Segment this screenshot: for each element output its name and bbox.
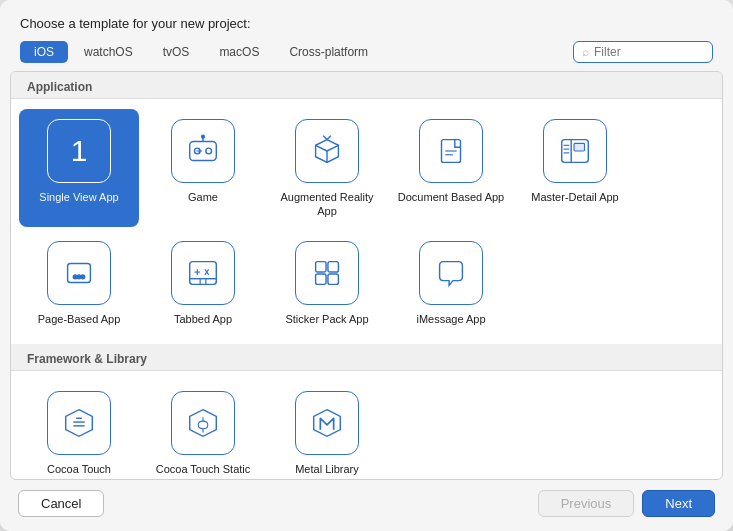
tab-bar: iOS watchOS tvOS macOS Cross-platform bbox=[20, 41, 573, 63]
ar-app-label: Augmented Reality App bbox=[273, 190, 381, 219]
game-icon bbox=[171, 119, 235, 183]
content-area: Application 1 Single View App bbox=[10, 71, 723, 480]
template-single-view-app[interactable]: 1 Single View App bbox=[19, 109, 139, 227]
svg-point-2 bbox=[206, 148, 212, 154]
svg-rect-0 bbox=[190, 142, 217, 161]
svg-line-8 bbox=[327, 145, 338, 151]
dialog-header: Choose a template for your new project: … bbox=[0, 0, 733, 71]
imessage-icon bbox=[419, 241, 483, 305]
cancel-button[interactable]: Cancel bbox=[18, 490, 104, 517]
template-tabbed-app[interactable]: Tabbed App bbox=[143, 231, 263, 334]
tab-watchos[interactable]: watchOS bbox=[70, 41, 147, 63]
next-button[interactable]: Next bbox=[642, 490, 715, 517]
section-framework: Framework & Library bbox=[11, 344, 722, 371]
page-based-icon bbox=[47, 241, 111, 305]
cocoa-framework-label: Cocoa Touch Framework bbox=[25, 462, 133, 480]
template-cocoa-static[interactable]: Cocoa Touch Static Library bbox=[143, 381, 263, 480]
template-cocoa-framework[interactable]: Cocoa Touch Framework bbox=[19, 381, 139, 480]
previous-button[interactable]: Previous bbox=[538, 490, 635, 517]
svg-rect-23 bbox=[190, 261, 217, 284]
filter-input[interactable] bbox=[594, 45, 694, 59]
sticker-pack-label: Sticker Pack App bbox=[285, 312, 368, 326]
template-page-based[interactable]: Page-Based App bbox=[19, 231, 139, 334]
master-detail-icon bbox=[543, 119, 607, 183]
application-grid: 1 Single View App bbox=[11, 99, 722, 344]
svg-rect-34 bbox=[328, 274, 338, 284]
cocoa-static-icon bbox=[171, 391, 235, 455]
page-based-label: Page-Based App bbox=[38, 312, 121, 326]
ar-app-icon bbox=[295, 119, 359, 183]
document-app-label: Document Based App bbox=[398, 190, 504, 204]
svg-line-7 bbox=[316, 145, 327, 151]
template-document-app[interactable]: Document Based App bbox=[391, 109, 511, 227]
tabs-row: iOS watchOS tvOS macOS Cross-platform ⌕ bbox=[20, 41, 713, 63]
svg-point-22 bbox=[81, 274, 85, 278]
dialog-title: Choose a template for your new project: bbox=[20, 16, 713, 31]
tab-ios[interactable]: iOS bbox=[20, 41, 68, 63]
tabbed-app-label: Tabbed App bbox=[174, 312, 232, 326]
new-project-dialog: Choose a template for your new project: … bbox=[0, 0, 733, 531]
cocoa-framework-icon bbox=[47, 391, 111, 455]
metal-label: Metal Library bbox=[295, 462, 359, 476]
single-view-app-icon: 1 bbox=[47, 119, 111, 183]
svg-marker-42 bbox=[314, 410, 341, 437]
filter-icon: ⌕ bbox=[582, 45, 589, 59]
template-game[interactable]: Game bbox=[143, 109, 263, 227]
tab-macos[interactable]: macOS bbox=[205, 41, 273, 63]
metal-icon bbox=[295, 391, 359, 455]
template-master-detail[interactable]: Master-Detail App bbox=[515, 109, 635, 227]
svg-point-4 bbox=[202, 135, 205, 138]
svg-rect-33 bbox=[316, 274, 326, 284]
svg-rect-19 bbox=[68, 263, 91, 282]
template-metal[interactable]: Metal Library bbox=[267, 381, 387, 480]
cocoa-static-label: Cocoa Touch Static Library bbox=[149, 462, 257, 480]
dialog-footer: Cancel Previous Next bbox=[0, 480, 733, 531]
tabbed-app-icon bbox=[171, 241, 235, 305]
single-view-app-label: Single View App bbox=[39, 190, 118, 204]
footer-right: Previous Next bbox=[538, 490, 715, 517]
tab-tvos[interactable]: tvOS bbox=[149, 41, 204, 63]
sticker-pack-icon bbox=[295, 241, 359, 305]
filter-box: ⌕ bbox=[573, 41, 713, 63]
template-sticker-pack[interactable]: Sticker Pack App bbox=[267, 231, 387, 334]
template-ar-app[interactable]: Augmented Reality App bbox=[267, 109, 387, 227]
svg-rect-31 bbox=[316, 261, 326, 271]
framework-grid: Cocoa Touch Framework Cocoa Touch Static… bbox=[11, 371, 722, 480]
tab-crossplatform[interactable]: Cross-platform bbox=[275, 41, 382, 63]
section-application: Application bbox=[11, 72, 722, 99]
svg-rect-32 bbox=[328, 261, 338, 271]
imessage-label: iMessage App bbox=[416, 312, 485, 326]
svg-rect-18 bbox=[574, 143, 584, 151]
template-imessage[interactable]: iMessage App bbox=[391, 231, 511, 334]
game-label: Game bbox=[188, 190, 218, 204]
document-app-icon bbox=[419, 119, 483, 183]
svg-marker-35 bbox=[66, 410, 93, 437]
master-detail-label: Master-Detail App bbox=[531, 190, 618, 204]
